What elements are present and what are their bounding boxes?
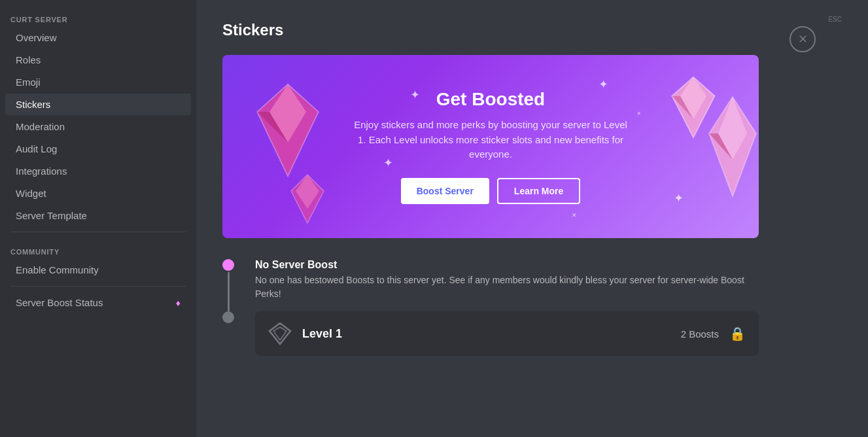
esc-label: ESC: [828, 16, 842, 23]
sidebar-item-roles[interactable]: Roles: [5, 49, 191, 71]
timeline-dot-pink: [222, 259, 234, 271]
timeline-dot-container: [222, 259, 234, 323]
sidebar-item-server-boost-status[interactable]: Server Boost Status ♦: [5, 292, 191, 313]
no-boost-title: No Server Boost: [255, 259, 759, 271]
sidebar-divider-1: [10, 232, 186, 232]
level-card: Level 1 2 Boosts 🔒: [255, 311, 759, 356]
close-button[interactable]: ✕: [790, 26, 816, 52]
server-name: CURT SERVER: [0, 10, 196, 26]
boost-info: No Server Boost No one has bestowed Boos…: [255, 259, 759, 356]
sidebar-item-stickers[interactable]: Stickers: [5, 94, 191, 115]
sidebar-item-server-template[interactable]: Server Template: [5, 205, 191, 226]
level-label: Level 1: [302, 327, 670, 341]
banner-description: Enjoy stickers and more perks by boostin…: [353, 118, 628, 162]
main-content: ✕ ESC Stickers ✦ ✦ ✦ ✦ × ×: [196, 0, 868, 437]
close-icon: ✕: [798, 32, 808, 46]
page-title: Stickers: [222, 21, 842, 39]
sidebar-item-widget[interactable]: Widget: [5, 183, 191, 204]
sidebar-item-overview[interactable]: Overview: [5, 27, 191, 48]
sidebar: CURT SERVER Overview Roles Emoji Sticker…: [0, 0, 196, 437]
community-section-label: COMMUNITY: [0, 237, 196, 258]
banner-title: Get Boosted: [353, 89, 628, 110]
timeline-dot-gray: [222, 311, 234, 323]
boost-banner: ✦ ✦ ✦ ✦ × ×: [222, 55, 759, 238]
level-gem-icon: [268, 322, 292, 345]
learn-more-button[interactable]: Learn More: [497, 178, 580, 204]
close-wrapper: ✕ ESC: [828, 13, 842, 23]
boost-server-button[interactable]: Boost Server: [401, 178, 489, 204]
sidebar-divider-2: [10, 286, 186, 287]
level-boosts: 2 Boosts: [681, 328, 719, 340]
sidebar-item-enable-community[interactable]: Enable Community: [5, 259, 191, 281]
sidebar-item-integrations[interactable]: Integrations: [5, 160, 191, 182]
banner-buttons: Boost Server Learn More: [353, 178, 628, 204]
boost-badge-icon: ♦: [176, 298, 181, 308]
timeline-vline: [228, 272, 230, 311]
no-boost-description: No one has bestowed Boosts to this serve…: [255, 273, 759, 301]
lock-icon: 🔒: [729, 326, 746, 341]
sidebar-item-audit-log[interactable]: Audit Log: [5, 138, 191, 160]
sidebar-item-moderation[interactable]: Moderation: [5, 116, 191, 137]
boost-status-section: No Server Boost No one has bestowed Boos…: [222, 259, 759, 356]
sidebar-item-emoji[interactable]: Emoji: [5, 71, 191, 93]
banner-content: Get Boosted Enjoy stickers and more perk…: [222, 63, 759, 230]
